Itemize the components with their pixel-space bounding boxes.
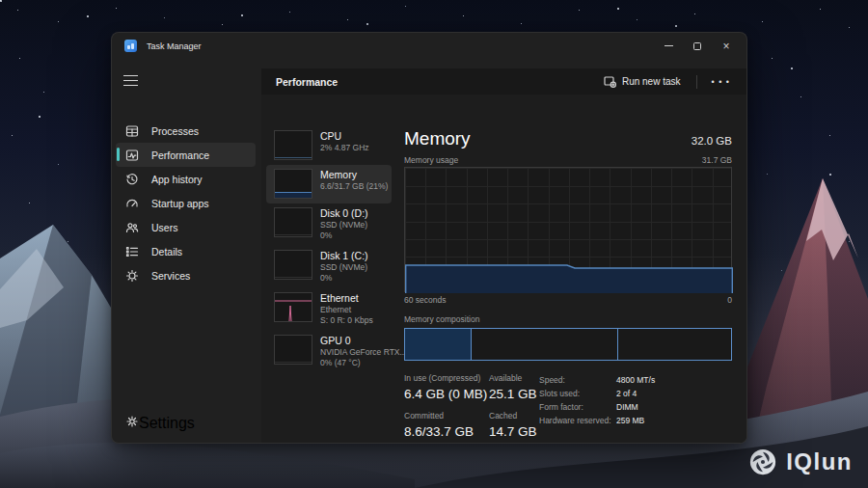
new-window-plus-icon [604,75,616,88]
sidebar: Processes Performance App history [112,59,261,443]
perf-tile-name: Ethernet [320,292,373,305]
perf-tile-sub: 0% [320,273,368,284]
sidebar-nav: Processes Performance App history [116,119,256,287]
stat-value: 14.7 GB [489,423,537,440]
perf-tile-name: GPU 0 [320,335,389,347]
usage-axis-max: 31.7 GB [702,155,732,165]
maximize-button[interactable] [683,33,712,59]
perf-tile-sub: NVIDIA GeForce RTX... [320,347,389,358]
header-divider [696,75,697,89]
task-manager-app-icon [124,40,137,52]
titlebar[interactable]: Task Manager × [112,33,746,59]
side-stat-label: Form factor: [539,400,616,414]
memory-detail-panel: Memory 32.0 GB Memory usage 31.7 GB [404,128,732,444]
performance-content: CPU 2% 4.87 GHz Memory 6.6/31.7 GB (21%) [261,95,746,443]
brand-name: IQlun [786,448,853,475]
composition-inuse-segment [405,329,472,360]
perf-tile-name: Memory [320,169,388,181]
stat-label: In use (Compressed) [404,373,489,384]
perf-tile-name: CPU [320,130,369,143]
sidebar-item-label: Performance [151,149,209,161]
usage-graph-label: Memory usage [404,155,458,165]
performance-list: CPU 2% 4.87 GHz Memory 6.6/31.7 GB (21%) [266,126,392,373]
more-options-button[interactable]: • • • [707,74,735,90]
page-header: Performance Run new task • • • [261,68,746,95]
perf-tile-memory[interactable]: Memory 6.6/31.7 GB (21%) [266,165,392,203]
run-new-task-button[interactable]: Run new task [598,71,687,92]
stat-label: Committed [404,411,489,421]
sidebar-item-label: Settings [139,415,195,432]
processes-icon [125,124,139,138]
perf-tile-sub: 0% [320,230,368,241]
perf-tile-name: Disk 1 (C:) [320,250,368,262]
sidebar-item-label: Processes [151,125,199,137]
sidebar-item-label: Details [151,246,182,258]
side-stat-label: Hardware reserved: [539,414,616,427]
brand-logo-icon [748,447,777,476]
perf-tile-sub: S: 0 R: 0 Kbps [320,315,373,326]
perf-tile-sub: 2% 4.87 GHz [320,143,369,153]
total-memory-value: 32.0 GB [692,135,732,147]
main-panel: Performance Run new task • • • [261,59,746,443]
composition-divider [617,329,618,360]
window-title: Task Manager [147,41,202,51]
app-history-icon [125,173,139,186]
side-stat-value: DIMM [616,400,638,414]
perf-tile-name: Disk 0 (D:) [320,207,368,220]
side-stat-value: 259 MB [616,414,644,427]
sidebar-item-settings[interactable]: Settings [116,411,256,435]
memory-mini-graph [274,169,312,199]
detail-title: Memory [404,128,471,149]
perf-tile-sub: SSD (NVMe) [320,262,368,273]
perf-tile-disk0[interactable]: Disk 0 (D:) SSD (NVMe) 0% [266,203,392,246]
stat-label: Available [489,373,537,384]
sidebar-item-services[interactable]: Services [116,263,256,287]
hamburger-menu-button[interactable] [123,75,138,86]
details-icon [125,245,139,258]
composition-label: Memory composition [404,314,732,324]
ethernet-mini-graph [274,292,312,322]
users-icon [125,221,139,234]
settings-gear-icon [125,415,139,432]
perf-tile-cpu[interactable]: CPU 2% 4.87 GHz [266,126,392,165]
disk1-mini-graph [274,250,312,280]
side-stat-label: Speed: [539,373,616,387]
cpu-mini-graph [274,130,312,160]
perf-tile-gpu[interactable]: GPU 0 NVIDIA GeForce RTX... 0% (47 °C) [266,331,392,373]
sidebar-item-details[interactable]: Details [116,239,256,263]
minimize-button[interactable] [654,33,683,59]
run-new-task-label: Run new task [622,76,681,87]
sidebar-item-label: Users [151,222,177,233]
perf-tile-sub: SSD (NVMe) [320,220,368,230]
close-button[interactable]: × [712,33,741,59]
stat-label: Cached [489,411,537,421]
time-axis-right: 0 [727,295,732,305]
memory-usage-graph [404,167,732,292]
sidebar-item-label: Startup apps [151,198,209,209]
services-icon [125,269,139,283]
perf-tile-sub: 6.6/31.7 GB (21%) [320,181,388,192]
sidebar-item-users[interactable]: Users [116,215,256,239]
stat-value: 8.6/33.7 GB [404,423,489,440]
brand-watermark: IQlun [748,447,853,476]
memory-composition-bar[interactable] [404,328,732,361]
task-manager-window: Task Manager × Processes [111,32,747,444]
sidebar-item-processes[interactable]: Processes [116,119,256,143]
sidebar-item-startup-apps[interactable]: Startup apps [116,191,256,215]
side-stat-label: Slots used: [539,387,616,400]
startup-apps-icon [125,197,139,210]
disk0-mini-graph [274,207,312,237]
perf-tile-ethernet[interactable]: Ethernet Ethernet S: 0 R: 0 Kbps [266,288,392,331]
performance-icon [125,149,139,162]
stat-value: 6.4 GB (0 MB) [404,386,489,402]
page-title: Performance [276,76,338,88]
sidebar-item-performance[interactable]: Performance [116,143,256,167]
gpu-mini-graph [274,335,312,365]
sidebar-item-app-history[interactable]: App history [116,167,256,191]
time-axis-left: 60 seconds [404,295,446,305]
perf-tile-sub: 0% (47 °C) [320,358,389,368]
memory-stats: In use (Compressed) 6.4 GB (0 MB) Availa… [404,373,732,444]
stat-value: 25.1 GB [489,386,537,402]
perf-tile-disk1[interactable]: Disk 1 (C:) SSD (NVMe) 0% [266,246,392,288]
side-stat-value: 2 of 4 [616,387,637,400]
